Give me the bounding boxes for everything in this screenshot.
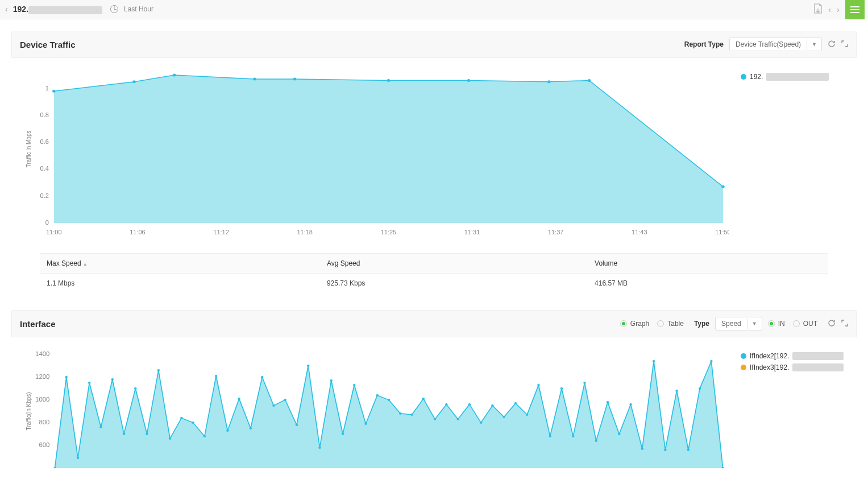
svg-point-49 bbox=[261, 376, 264, 378]
col-max-speed[interactable]: Max Speed▲ bbox=[40, 254, 320, 274]
view-mode-toggle: Graph Table bbox=[620, 320, 688, 328]
report-type-label: Report Type bbox=[684, 40, 724, 48]
svg-point-43 bbox=[192, 421, 194, 424]
svg-point-38 bbox=[134, 387, 137, 390]
svg-point-72 bbox=[526, 414, 529, 416]
direction-toggle: IN OUT bbox=[768, 320, 822, 328]
export-pdf-icon[interactable] bbox=[813, 3, 823, 15]
legend-dot-icon bbox=[741, 365, 746, 370]
svg-point-61 bbox=[399, 412, 402, 415]
table-header-row: Max Speed▲ Avg Speed Volume bbox=[40, 254, 828, 274]
chart-legend: 192. bbox=[729, 69, 849, 242]
svg-text:11:06: 11:06 bbox=[130, 229, 146, 235]
device-traffic-chart[interactable]: 00.20.40.60.8111:0011:0611:1211:1811:251… bbox=[19, 69, 729, 242]
svg-point-33 bbox=[77, 457, 80, 459]
clock-icon[interactable] bbox=[110, 5, 118, 13]
type-dropdown[interactable]: Speed ▼ bbox=[715, 317, 762, 330]
svg-text:0.2: 0.2 bbox=[40, 192, 49, 199]
svg-point-41 bbox=[169, 437, 172, 440]
chevron-down-icon: ▼ bbox=[807, 39, 821, 49]
svg-text:11:25: 11:25 bbox=[381, 229, 397, 235]
svg-text:11:50: 11:50 bbox=[715, 229, 729, 235]
svg-point-47 bbox=[238, 398, 240, 400]
panel-header: Interface Graph Table Type Speed ▼ IN OU… bbox=[11, 310, 857, 337]
svg-point-75 bbox=[560, 387, 563, 390]
device-traffic-panel: Device Traffic Report Type Device Traffi… bbox=[11, 31, 857, 293]
svg-point-81 bbox=[629, 403, 632, 406]
svg-point-46 bbox=[226, 429, 229, 432]
interface-chart[interactable]: 600800100012001400Traffic(in Kbps) bbox=[19, 349, 729, 470]
svg-point-17 bbox=[173, 74, 176, 77]
svg-point-21 bbox=[467, 79, 471, 82]
legend-item[interactable]: IfIndex2[192. bbox=[741, 352, 849, 360]
svg-point-20 bbox=[387, 79, 391, 82]
top-bar: ‹ 192. Last Hour ‹ › bbox=[0, 0, 868, 19]
prev-icon[interactable]: ‹ bbox=[828, 5, 831, 14]
svg-text:11:31: 11:31 bbox=[464, 229, 480, 235]
expand-icon[interactable] bbox=[841, 40, 848, 49]
legend-item[interactable]: 192. bbox=[741, 73, 849, 81]
chevron-down-icon: ▼ bbox=[747, 319, 762, 329]
svg-text:0.6: 0.6 bbox=[40, 139, 49, 145]
refresh-icon[interactable] bbox=[828, 40, 836, 49]
svg-text:11:18: 11:18 bbox=[297, 229, 313, 235]
svg-point-54 bbox=[318, 446, 321, 449]
radio-table[interactable] bbox=[657, 320, 664, 327]
col-avg-speed[interactable]: Avg Speed bbox=[320, 254, 588, 274]
svg-point-16 bbox=[132, 80, 136, 83]
svg-text:1200: 1200 bbox=[35, 374, 49, 380]
legend-item[interactable]: IfIndex3[192. bbox=[741, 363, 849, 371]
svg-point-80 bbox=[618, 433, 621, 435]
svg-point-69 bbox=[491, 404, 494, 407]
svg-point-23 bbox=[588, 79, 591, 82]
svg-text:0.8: 0.8 bbox=[40, 111, 49, 118]
radio-in[interactable] bbox=[768, 320, 775, 327]
device-ip: 192. bbox=[13, 5, 102, 14]
svg-point-32 bbox=[65, 376, 68, 378]
svg-point-52 bbox=[296, 424, 298, 426]
svg-point-73 bbox=[537, 384, 540, 386]
svg-point-59 bbox=[376, 394, 379, 396]
svg-point-15 bbox=[52, 90, 56, 93]
svg-point-40 bbox=[157, 369, 160, 371]
expand-icon[interactable] bbox=[841, 320, 848, 328]
panel-title: Interface bbox=[20, 319, 56, 329]
svg-point-44 bbox=[203, 435, 206, 437]
col-volume[interactable]: Volume bbox=[588, 254, 828, 274]
refresh-icon[interactable] bbox=[828, 319, 836, 329]
svg-point-68 bbox=[480, 421, 483, 424]
menu-button[interactable] bbox=[845, 0, 865, 19]
chart-legend: IfIndex2[192. IfIndex3[192. bbox=[729, 349, 849, 470]
time-range-label[interactable]: Last Hour bbox=[124, 5, 153, 13]
report-type-dropdown[interactable]: Device Traffic(Speed) ▼ bbox=[729, 38, 822, 51]
redacted-ip bbox=[28, 6, 102, 14]
svg-point-62 bbox=[410, 414, 413, 416]
svg-text:600: 600 bbox=[39, 442, 49, 448]
svg-text:1000: 1000 bbox=[35, 396, 49, 403]
svg-point-37 bbox=[123, 433, 126, 435]
svg-text:0: 0 bbox=[45, 220, 49, 226]
next-icon[interactable]: › bbox=[837, 5, 840, 14]
radio-out[interactable] bbox=[793, 320, 800, 327]
sort-asc-icon: ▲ bbox=[83, 262, 88, 267]
svg-point-86 bbox=[687, 449, 690, 451]
svg-point-76 bbox=[572, 435, 575, 437]
back-icon[interactable]: ‹ bbox=[3, 5, 10, 14]
svg-point-88 bbox=[710, 360, 713, 362]
svg-point-58 bbox=[364, 423, 367, 425]
svg-point-85 bbox=[675, 390, 678, 392]
svg-point-19 bbox=[293, 78, 297, 81]
summary-table: Max Speed▲ Avg Speed Volume 1.1 Mbps 925… bbox=[40, 253, 828, 293]
svg-point-78 bbox=[595, 440, 597, 442]
svg-text:11:37: 11:37 bbox=[548, 229, 564, 235]
svg-text:800: 800 bbox=[39, 419, 49, 425]
redacted-legend bbox=[792, 363, 844, 371]
redacted-legend bbox=[766, 73, 829, 81]
svg-text:1400: 1400 bbox=[35, 351, 49, 357]
svg-point-65 bbox=[445, 403, 448, 406]
interface-panel: Interface Graph Table Type Speed ▼ IN OU… bbox=[11, 310, 857, 476]
svg-point-77 bbox=[583, 382, 586, 384]
svg-point-55 bbox=[330, 379, 333, 382]
val-max-speed: 1.1 Mbps bbox=[40, 274, 320, 293]
radio-graph[interactable] bbox=[620, 320, 627, 327]
